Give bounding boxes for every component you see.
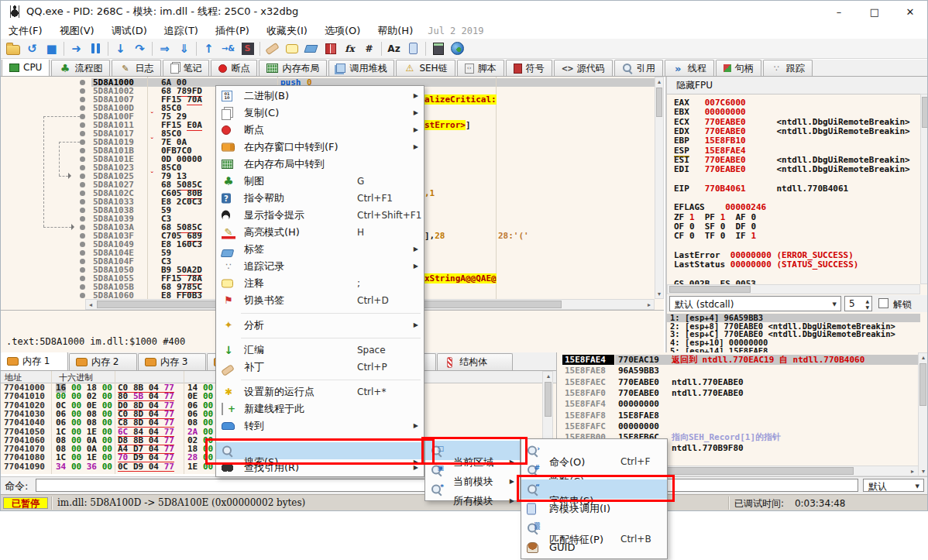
tab-symbols[interactable]: 符号: [506, 60, 552, 76]
tab-references[interactable]: 引用: [614, 60, 663, 76]
breakpoint-dot[interactable]: [80, 139, 85, 145]
bookmarks-button[interactable]: [321, 40, 340, 57]
modules-phone-button[interactable]: [404, 40, 423, 57]
step-into-button[interactable]: ↓: [111, 40, 130, 57]
menu-item-1[interactable]: 视图(V): [51, 23, 103, 39]
ctx-menu-item-goto[interactable]: 转到▶: [216, 417, 424, 435]
tab-source[interactable]: <>源代码: [554, 60, 613, 76]
breakpoint-dot[interactable]: [80, 191, 85, 196]
breakpoint-dot[interactable]: [80, 216, 85, 222]
close-button[interactable]: ■: [42, 40, 61, 57]
registers-vertical-scrollbar[interactable]: [920, 94, 928, 284]
breakpoint-dot[interactable]: [80, 233, 85, 239]
register-row[interactable]: CF 0 TF 0 IF 1: [674, 232, 756, 241]
menu-item-3[interactable]: 追踪(T): [156, 23, 207, 39]
tab-handles[interactable]: 句柄: [716, 60, 761, 76]
labels-button[interactable]: [301, 40, 321, 57]
command-profile-select[interactable]: 默认 ▼: [863, 479, 924, 492]
tab-log[interactable]: ✎日志: [112, 60, 161, 76]
breakpoint-dot[interactable]: [80, 80, 85, 85]
breakpoint-dot[interactable]: [80, 114, 85, 119]
ctx-menu-item-breakpoint[interactable]: 断点▶: [216, 122, 424, 139]
tab-cpu[interactable]: CPU: [2, 60, 50, 77]
argument-count-stepper[interactable]: 5 ▲ ▼: [844, 296, 872, 311]
breakpoint-dot[interactable]: [80, 148, 85, 153]
ctx-menu-item-bookmark[interactable]: ⚑切换书签Ctrl+D: [216, 292, 424, 309]
title-bar[interactable]: QQ.exe - PID: 268C - 模块: im.dll - 线程: 25…: [0, 0, 928, 23]
ctx-menu-item-highlight[interactable]: ✎高亮模式(H)H: [216, 224, 424, 241]
attach-button[interactable]: →&: [218, 40, 238, 57]
breakpoint-dot[interactable]: [80, 105, 85, 111]
menu-item-7[interactable]: 帮助(H): [369, 23, 421, 39]
ctx-menu-item-assemble[interactable]: ↓汇编Space: [216, 342, 424, 359]
breakpoint-dot[interactable]: [80, 293, 85, 298]
breakpoint-dot[interactable]: [80, 284, 85, 290]
patch-button[interactable]: [263, 40, 282, 57]
search-menu-item-mag-cmd[interactable]: ›命令(O)Ctrl+F: [521, 441, 667, 460]
ctx-menu-item-graph[interactable]: ♣制图G: [216, 173, 424, 190]
ctx-menu-item-analyze[interactable]: ✦分析▶: [216, 317, 424, 334]
ctx-menu-item-tip[interactable]: 显示指令提示Ctrl+Shift+F1: [216, 207, 424, 224]
ctx-menu-item-trace-record[interactable]: ∵追踪记录▶: [216, 258, 424, 275]
execute-till-return-button[interactable]: ↑: [199, 40, 218, 57]
maximize-button[interactable]: □: [857, 0, 892, 23]
argument-row[interactable]: 5: [esp+14] 15E8FAE8: [667, 347, 920, 352]
register-row[interactable]: EBX 00000000: [674, 108, 746, 117]
breakpoint-dot[interactable]: [80, 173, 85, 179]
breakpoint-dot[interactable]: [80, 156, 85, 162]
step-out-button[interactable]: ⇓: [174, 40, 194, 57]
bottom-tab-memory-1[interactable]: 内存 2: [69, 353, 137, 370]
breakpoint-dot[interactable]: [80, 97, 85, 102]
run-button[interactable]: ➜: [67, 40, 86, 57]
search-menu-item-xmodule[interactable]: 跨模块调用(I): [521, 499, 667, 518]
ctx-menu-item-new-origin[interactable]: ✱设置新的运行点Ctrl+*: [216, 383, 424, 400]
ctx-menu-item-comment[interactable]: 注释;: [216, 275, 424, 292]
register-row[interactable]: EFLAGS 00000246: [674, 203, 766, 212]
breakpoint-dot[interactable]: [80, 122, 85, 128]
breakpoint-dot[interactable]: [80, 165, 85, 170]
tab-seh[interactable]: ⚠SEH链: [396, 60, 455, 76]
run-to-user-code-button[interactable]: ⇒: [155, 40, 174, 57]
breakpoint-dot[interactable]: [80, 182, 85, 187]
pause-button[interactable]: [86, 40, 105, 57]
menu-item-0[interactable]: 文件(F): [0, 23, 51, 39]
fx-button[interactable]: fx: [340, 40, 359, 57]
menu-item-2[interactable]: 调试(D): [103, 23, 156, 39]
ctx-menu-item-new-thread[interactable]: +新建线程于此: [216, 400, 424, 417]
search-menu-item-mag-pattern[interactable]: ▒匹配特征(P)Ctrl+B: [521, 518, 667, 538]
tab-script[interactable]: ‹›脚本: [457, 60, 504, 76]
breakpoint-dot[interactable]: [80, 250, 85, 256]
register-row[interactable]: EDI 770EABE0 <ntdll.DbgUiRemoteBreakin>: [674, 165, 910, 174]
disasm-vertical-scrollbar[interactable]: ▴ ▾: [655, 77, 664, 299]
ctx-menu-item-patch[interactable]: 补丁Ctrl+P: [216, 359, 424, 376]
tab-memmap[interactable]: 内存布局: [259, 60, 327, 76]
menu-item-4[interactable]: 插件(P): [207, 23, 258, 39]
tab-threads[interactable]: »线程: [665, 60, 714, 76]
restart-button[interactable]: ↺: [22, 40, 42, 57]
search-menu-item-mag-string[interactable]: “字符串(S): [521, 479, 667, 499]
calling-convention-select[interactable]: 默认 (stdcall) ▼: [669, 296, 841, 311]
unlock-checkbox[interactable]: [878, 298, 888, 308]
ctx-menu-item-memory-map[interactable]: 在内存布局中转到: [216, 156, 424, 173]
breakpoint-dot[interactable]: [80, 131, 85, 136]
tab-trace[interactable]: ∵跟踪: [763, 60, 813, 76]
menu-item-5[interactable]: 收藏夹(I): [258, 23, 316, 39]
open-file-button[interactable]: [3, 40, 22, 57]
registers-horizontal-scrollbar[interactable]: [667, 284, 920, 294]
search-menu-item-guid[interactable]: GUID: [521, 538, 667, 557]
registers-panel[interactable]: 隐藏FPU EAX 007C6000EBX 00000000ECX 770EAB…: [665, 77, 928, 352]
bottom-tab-struct-6[interactable]: 结构体: [437, 353, 513, 370]
bottom-tab-memory-2[interactable]: 内存 3: [138, 353, 206, 370]
stack-vertical-scrollbar[interactable]: ▴ ▾: [918, 352, 928, 476]
appearance-button[interactable]: Az: [384, 40, 404, 57]
breakpoint-dot[interactable]: [80, 88, 85, 94]
ctx-menu-item-memory-window[interactable]: 在内存窗口中转到(F)▶: [216, 139, 424, 156]
menu-item-6[interactable]: 选项(O): [316, 23, 369, 39]
tab-notes[interactable]: 笔记: [163, 60, 209, 76]
calculator-button[interactable]: [428, 40, 448, 57]
ctx-menu-item-label[interactable]: 标签▶: [216, 241, 424, 258]
spin-down-icon[interactable]: ▼: [865, 304, 869, 311]
close-button[interactable]: ✕: [892, 0, 928, 23]
scope-menu-item-mag-all[interactable]: *所有模块▶: [425, 479, 520, 499]
comments-button[interactable]: [282, 40, 301, 57]
